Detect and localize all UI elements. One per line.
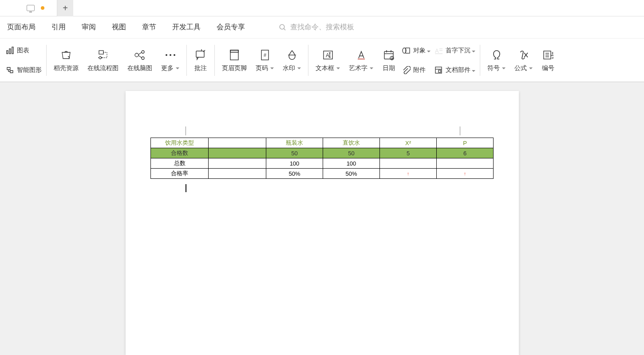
- search-icon: [279, 24, 287, 32]
- menu-page-layout[interactable]: 页面布局: [7, 23, 36, 32]
- flowchart-label: 在线流程图: [87, 64, 119, 72]
- monitor-icon: [27, 5, 35, 11]
- comment-icon: [194, 48, 207, 62]
- wordart-icon: [355, 48, 368, 62]
- formula-button[interactable]: 公式: [510, 41, 537, 79]
- cell[interactable]: 总数: [151, 158, 209, 169]
- cell[interactable]: 100: [266, 158, 323, 169]
- more-label: 更多: [161, 64, 179, 72]
- watermark-button[interactable]: 水印: [278, 41, 305, 79]
- menu-developer[interactable]: 开发工具: [172, 23, 201, 32]
- date-icon: [382, 48, 395, 62]
- data-table[interactable]: 饮用水类型 瓶装水 直饮水 X² P 合格数 50 50 5 6 总数 100 …: [150, 138, 494, 179]
- watermark-icon: [285, 48, 299, 62]
- svg-point-7: [135, 53, 138, 57]
- docer-resource-button[interactable]: 稻壳资源: [49, 41, 83, 79]
- svg-rect-13: [196, 51, 204, 57]
- document-tab[interactable]: [27, 5, 44, 11]
- dropcap-label: 首字下沉: [446, 47, 475, 55]
- th-p[interactable]: P: [437, 138, 494, 148]
- table-row[interactable]: 合格率 50% 50% ↑ ↑: [151, 169, 494, 179]
- date-label: 日期: [383, 64, 395, 72]
- pageno-icon: #: [258, 48, 272, 62]
- menu-chapter[interactable]: 章节: [142, 23, 156, 32]
- wordart-label: 艺术字: [349, 64, 373, 72]
- date-button[interactable]: 日期: [378, 41, 400, 79]
- svg-point-12: [174, 54, 175, 56]
- more-button[interactable]: 更多: [157, 41, 184, 79]
- chart-icon: [5, 46, 14, 55]
- mindmap-icon: [133, 48, 146, 62]
- symbol-button[interactable]: 符号: [483, 41, 510, 79]
- smartshape-button[interactable]: 智能图形: [5, 62, 42, 79]
- headerfooter-button[interactable]: 页眉页脚: [217, 41, 251, 79]
- cell[interactable]: 合格率: [151, 169, 209, 179]
- mindmap-button[interactable]: 在线脑图: [123, 41, 157, 79]
- cell-arrow[interactable]: ↑: [437, 169, 494, 179]
- attach-label: 附件: [413, 66, 426, 74]
- svg-rect-4: [12, 47, 13, 54]
- table-row[interactable]: 总数 100 100: [151, 158, 494, 169]
- th-bottled[interactable]: 瓶装水: [266, 138, 323, 148]
- title-bar: +: [0, 0, 644, 16]
- th-blank[interactable]: [209, 138, 266, 148]
- svg-text:A: A: [435, 47, 439, 54]
- docer-label: 稻壳资源: [54, 64, 79, 72]
- smartshape-icon: [5, 66, 14, 75]
- menu-member[interactable]: 会员专享: [217, 23, 245, 32]
- flowchart-button[interactable]: 在线流程图: [83, 41, 123, 79]
- cell[interactable]: [209, 158, 266, 169]
- wordart-button[interactable]: 艺术字: [344, 41, 378, 79]
- document-page[interactable]: 饮用水类型 瓶装水 直饮水 X² P 合格数 50 50 5 6 总数 100 …: [126, 91, 519, 355]
- cell[interactable]: 50: [323, 148, 380, 158]
- formula-icon: [517, 48, 530, 62]
- svg-point-8: [142, 51, 144, 53]
- cell[interactable]: [209, 148, 266, 158]
- cell[interactable]: [437, 158, 494, 169]
- table-row[interactable]: 合格数 50 50 5 6: [151, 148, 494, 158]
- cell[interactable]: [380, 158, 437, 169]
- table-header-row[interactable]: 饮用水类型 瓶装水 直饮水 X² P: [151, 138, 494, 148]
- dropcap-button: A 首字下沉: [434, 42, 475, 59]
- cell[interactable]: 50%: [266, 169, 323, 179]
- cell[interactable]: [209, 169, 266, 179]
- document-canvas[interactable]: 饮用水类型 瓶装水 直饮水 X² P 合格数 50 50 5 6 总数 100 …: [0, 82, 644, 355]
- docparts-button[interactable]: 文档部件: [434, 62, 475, 79]
- svg-point-10: [166, 54, 167, 56]
- headerfooter-label: 页眉页脚: [222, 64, 247, 72]
- menu-review[interactable]: 审阅: [82, 23, 96, 32]
- menu-view[interactable]: 视图: [112, 23, 126, 32]
- object-icon: [402, 46, 411, 55]
- object-button[interactable]: 对象: [402, 42, 431, 59]
- svg-rect-41: [439, 70, 441, 72]
- numbering-label: 编号: [542, 64, 554, 72]
- pageno-button[interactable]: # 页码: [251, 41, 278, 79]
- headerfooter-icon: [228, 48, 241, 62]
- new-tab-button[interactable]: +: [57, 0, 73, 16]
- svg-point-0: [280, 24, 284, 29]
- cell[interactable]: 50%: [323, 169, 380, 179]
- attach-icon: [402, 66, 411, 75]
- chart-button[interactable]: 图表: [5, 42, 42, 59]
- th-direct[interactable]: 直饮水: [323, 138, 380, 148]
- cell[interactable]: 50: [266, 148, 323, 158]
- cell[interactable]: 6: [437, 148, 494, 158]
- cell[interactable]: 合格数: [151, 148, 209, 158]
- svg-rect-5: [99, 51, 103, 54]
- textbox-button[interactable]: A 文本框: [311, 41, 344, 79]
- docparts-icon: [434, 66, 443, 75]
- svg-line-1: [284, 28, 285, 30]
- cell[interactable]: 100: [323, 158, 380, 169]
- th-type[interactable]: 饮用水类型: [151, 138, 209, 148]
- pageno-label: 页码: [256, 64, 274, 72]
- menu-reference[interactable]: 引用: [51, 23, 66, 32]
- attach-button[interactable]: 附件: [402, 62, 431, 79]
- cell-arrow[interactable]: ↑: [380, 169, 437, 179]
- th-x2[interactable]: X²: [380, 138, 437, 148]
- cell[interactable]: 5: [380, 148, 437, 158]
- numbering-icon: Ⅱ#: [541, 48, 555, 62]
- numbering-button[interactable]: Ⅱ# 编号: [537, 41, 559, 79]
- command-search[interactable]: 查找命令、搜索模板: [279, 23, 354, 32]
- comment-label: 批注: [194, 64, 207, 72]
- comment-button[interactable]: 批注: [190, 41, 212, 79]
